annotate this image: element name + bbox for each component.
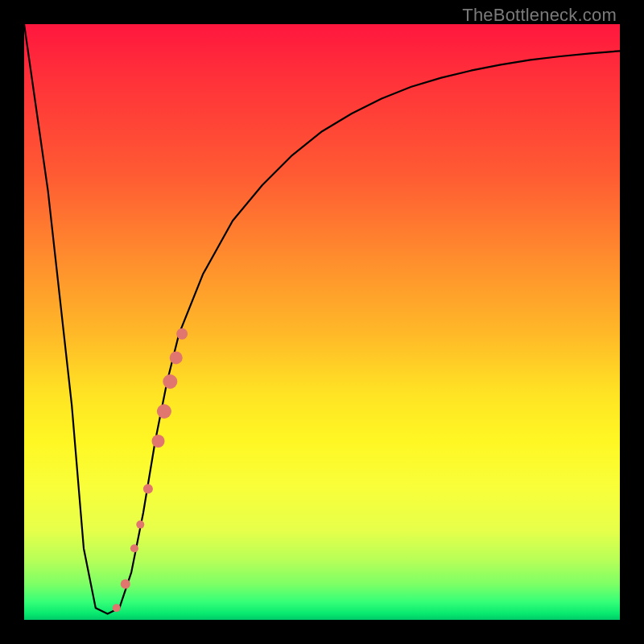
highlight-dot bbox=[113, 604, 121, 612]
curve-layer bbox=[24, 24, 620, 620]
highlight-dot bbox=[163, 374, 177, 389]
highlight-dot bbox=[157, 404, 171, 419]
bottleneck-curve bbox=[24, 24, 620, 614]
plot-area bbox=[24, 24, 620, 620]
highlight-dot bbox=[130, 544, 138, 552]
highlight-dot bbox=[170, 351, 183, 364]
highlight-dot bbox=[121, 580, 130, 589]
attribution-text: TheBottleneck.com bbox=[462, 5, 617, 26]
curve-path bbox=[24, 24, 620, 614]
highlight-dot bbox=[152, 435, 165, 448]
highlight-dot bbox=[136, 521, 144, 529]
highlight-dot bbox=[176, 328, 188, 340]
highlight-dot bbox=[143, 484, 153, 493]
chart-frame: TheBottleneck.com bbox=[0, 0, 644, 644]
